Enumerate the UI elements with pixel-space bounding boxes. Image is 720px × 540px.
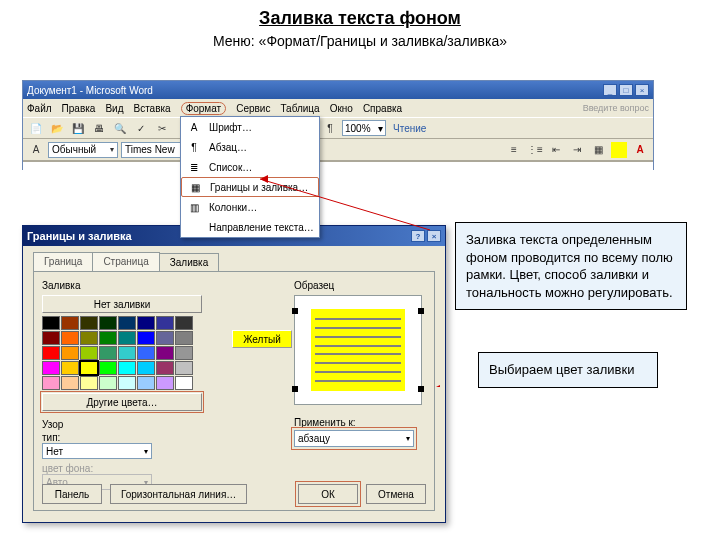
- color-swatch[interactable]: [80, 331, 98, 345]
- close-button[interactable]: ×: [635, 84, 649, 96]
- color-swatch[interactable]: [156, 361, 174, 375]
- maximize-button[interactable]: □: [619, 84, 633, 96]
- pattern-type-label: тип:: [42, 432, 102, 443]
- color-swatch[interactable]: [80, 361, 98, 375]
- format-menu-item[interactable]: AШрифт…: [181, 117, 319, 137]
- color-swatch[interactable]: [42, 316, 60, 330]
- color-swatch[interactable]: [118, 376, 136, 390]
- color-swatch[interactable]: [156, 316, 174, 330]
- pattern-type-combo[interactable]: Нет▾: [42, 443, 152, 459]
- zoom-combo[interactable]: 100%▾: [342, 120, 386, 136]
- format-menu-item[interactable]: ≣Список…: [181, 157, 319, 177]
- menu-edit[interactable]: Правка: [62, 103, 96, 114]
- color-swatch[interactable]: [137, 361, 155, 375]
- menu-table[interactable]: Таблица: [280, 103, 319, 114]
- highlight-icon[interactable]: [610, 141, 628, 159]
- format-menu-item[interactable]: ▥Колонки…: [181, 197, 319, 217]
- menu-service[interactable]: Сервис: [236, 103, 270, 114]
- numbered-list-icon[interactable]: ≡: [505, 141, 523, 159]
- color-swatch[interactable]: [175, 346, 193, 360]
- color-swatch[interactable]: [61, 376, 79, 390]
- print-icon[interactable]: 🖶: [90, 119, 108, 137]
- cancel-button[interactable]: Отмена: [366, 484, 426, 504]
- color-swatch[interactable]: [99, 346, 117, 360]
- tab-fill[interactable]: Заливка: [159, 253, 220, 272]
- color-swatch[interactable]: [42, 376, 60, 390]
- color-swatch[interactable]: [99, 316, 117, 330]
- color-swatch[interactable]: [156, 331, 174, 345]
- color-swatch[interactable]: [118, 316, 136, 330]
- color-swatch[interactable]: [118, 331, 136, 345]
- color-swatch[interactable]: [42, 346, 60, 360]
- menu-item-label: Абзац…: [209, 142, 247, 153]
- color-swatch[interactable]: [80, 376, 98, 390]
- outdent-icon[interactable]: ⇤: [547, 141, 565, 159]
- color-swatch[interactable]: [175, 316, 193, 330]
- menu-insert[interactable]: Вставка: [133, 103, 170, 114]
- ok-button[interactable]: ОК: [298, 484, 358, 504]
- formatting-toolbar: A Обычный▾ Times New▾ ≡ ⋮≡ ⇤ ⇥ ▦ A: [23, 139, 653, 161]
- dialog-close-button[interactable]: ×: [427, 230, 441, 242]
- font-color-icon[interactable]: A: [631, 141, 649, 159]
- word-app-window: Документ1 - Microsoft Word _ □ × Файл Пр…: [22, 80, 654, 170]
- no-fill-button[interactable]: Нет заливки: [42, 295, 202, 313]
- cut-icon[interactable]: ✂: [153, 119, 171, 137]
- color-swatch[interactable]: [99, 376, 117, 390]
- color-swatch[interactable]: [175, 331, 193, 345]
- more-colors-button[interactable]: Другие цвета…: [42, 393, 202, 411]
- color-swatch[interactable]: [156, 376, 174, 390]
- spell-icon[interactable]: ✓: [132, 119, 150, 137]
- color-swatch[interactable]: [61, 316, 79, 330]
- horizontal-line-button[interactable]: Горизонтальная линия…: [110, 484, 247, 504]
- color-swatch[interactable]: [80, 346, 98, 360]
- color-swatch[interactable]: [80, 316, 98, 330]
- borders-icon[interactable]: ▦: [589, 141, 607, 159]
- apply-to-combo[interactable]: абзацу▾: [294, 430, 414, 447]
- style-combo[interactable]: Обычный▾: [48, 142, 118, 158]
- menu-window[interactable]: Окно: [330, 103, 353, 114]
- color-swatch[interactable]: [137, 316, 155, 330]
- annotation-note-1: Заливка текста определенным фоном провод…: [455, 222, 687, 310]
- color-swatch[interactable]: [137, 331, 155, 345]
- color-swatch[interactable]: [61, 361, 79, 375]
- color-swatch[interactable]: [175, 361, 193, 375]
- preview-icon[interactable]: 🔍: [111, 119, 129, 137]
- tab-border[interactable]: Граница: [33, 252, 93, 271]
- color-swatch[interactable]: [99, 361, 117, 375]
- minimize-button[interactable]: _: [603, 84, 617, 96]
- new-doc-icon[interactable]: 📄: [27, 119, 45, 137]
- word-titlebar: Документ1 - Microsoft Word _ □ ×: [23, 81, 653, 99]
- menu-format[interactable]: Формат: [181, 102, 227, 115]
- color-swatch[interactable]: [156, 346, 174, 360]
- toolbar-button[interactable]: Панель: [42, 484, 102, 504]
- ask-question-box[interactable]: Введите вопрос: [583, 103, 649, 113]
- color-swatch[interactable]: [61, 331, 79, 345]
- color-swatch[interactable]: [175, 376, 193, 390]
- standard-toolbar: 📄 📂 💾 🖶 🔍 ✓ ✂ ⎘ 📋 ↶ ↷ ▦ ▥ ✎ ¶ 100%▾ Чтен…: [23, 117, 653, 139]
- color-swatch[interactable]: [118, 361, 136, 375]
- color-swatch[interactable]: [61, 346, 79, 360]
- color-swatch[interactable]: [42, 331, 60, 345]
- format-menu-item[interactable]: Направление текста…: [181, 217, 319, 237]
- tab-page[interactable]: Страница: [92, 252, 159, 271]
- color-swatch[interactable]: [137, 346, 155, 360]
- color-swatch[interactable]: [137, 376, 155, 390]
- save-icon[interactable]: 💾: [69, 119, 87, 137]
- format-menu-item[interactable]: ¶Абзац…: [181, 137, 319, 157]
- menu-item-icon: A: [185, 122, 203, 133]
- menu-help[interactable]: Справка: [363, 103, 402, 114]
- open-icon[interactable]: 📂: [48, 119, 66, 137]
- bulleted-list-icon[interactable]: ⋮≡: [526, 141, 544, 159]
- format-menu-item[interactable]: ▦Границы и заливка…: [181, 177, 319, 197]
- menu-view[interactable]: Вид: [105, 103, 123, 114]
- color-swatch[interactable]: [99, 331, 117, 345]
- indent-icon[interactable]: ⇥: [568, 141, 586, 159]
- dialog-help-button[interactable]: ?: [411, 230, 425, 242]
- show-marks-icon[interactable]: ¶: [321, 119, 339, 137]
- reading-layout-button[interactable]: Чтение: [389, 119, 430, 137]
- styles-pane-icon[interactable]: A: [27, 141, 45, 159]
- menu-file[interactable]: Файл: [27, 103, 52, 114]
- color-swatch[interactable]: [42, 361, 60, 375]
- color-swatch[interactable]: [118, 346, 136, 360]
- sample-preview: [294, 295, 422, 405]
